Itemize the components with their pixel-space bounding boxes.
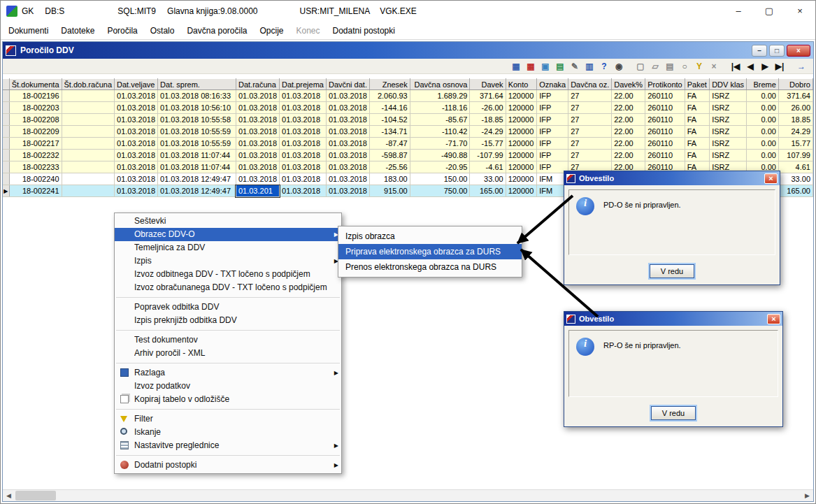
cell[interactable]: 01.03.2018 [280, 173, 327, 185]
cell[interactable]: 01.03.2018 [115, 114, 158, 126]
cell[interactable]: 01.03.2018 [326, 185, 369, 197]
cell[interactable] [62, 161, 115, 173]
cell[interactable]: 01.03.2018 [280, 114, 327, 126]
menubar-item-dodatni-postopki[interactable]: Dodatni postopki [327, 23, 401, 38]
cell[interactable]: 22.00 [612, 90, 645, 102]
cell[interactable]: FA [685, 102, 709, 114]
cell[interactable]: 260110 [645, 138, 685, 150]
cell[interactable]: 01.03.2018 [326, 138, 369, 150]
column-header-paket[interactable]: Paket [685, 79, 709, 90]
column-header-dav-ni-dat[interactable]: Davčni dat. [326, 79, 369, 90]
cell[interactable]: -104.52 [370, 114, 410, 126]
cell[interactable]: -26.00 [470, 102, 506, 114]
cell[interactable]: 120000 [506, 90, 537, 102]
cell[interactable]: 0.00 [747, 102, 779, 114]
cell[interactable]: -598.87 [370, 150, 410, 161]
scrollbar-thumb[interactable] [15, 491, 56, 501]
cell[interactable]: 120000 [506, 102, 537, 114]
child-close-button[interactable]: × [787, 45, 810, 57]
submenu-item-izpis-obrazca[interactable]: Izpis obrazca [338, 229, 522, 244]
cell[interactable]: 18-002240 [9, 173, 62, 185]
submenu-item-prenos-elektronskega-obrazca-na-durs[interactable]: Prenos elektronskega obrazca na DURS [338, 259, 522, 275]
context-menu-item-izvoz-podatkov[interactable]: Izvoz podatkov [115, 380, 341, 393]
cell[interactable]: 0.00 [747, 150, 779, 161]
cell[interactable]: -107.99 [470, 150, 506, 161]
scroll-left-icon[interactable]: ◀ [3, 490, 15, 501]
cell[interactable]: 01.03.2018 [115, 138, 158, 150]
cell[interactable]: 120000 [506, 161, 537, 173]
print-icon[interactable]: ▤ [664, 60, 676, 73]
cell[interactable]: ISRZ [710, 138, 747, 150]
column-header-dat-veljave[interactable]: Dat.veljave [115, 79, 158, 90]
cell[interactable]: 01.03.2018 [236, 138, 279, 150]
cell[interactable]: 260110 [645, 114, 685, 126]
column-header-oznaka[interactable]: Oznaka [537, 79, 568, 90]
cell[interactable]: 165.00 [778, 185, 813, 197]
cell[interactable]: FA [685, 150, 709, 161]
cell[interactable]: 33.00 [470, 173, 506, 185]
cell[interactable]: -134.71 [370, 126, 410, 138]
cell[interactable]: 01.03.2018 [236, 150, 279, 161]
cards-icon[interactable]: ▣ [539, 60, 552, 73]
cell[interactable]: ISRZ [710, 126, 747, 138]
cell[interactable]: IFP [537, 138, 568, 150]
nav-next-icon[interactable]: ▶ [759, 60, 771, 73]
cell[interactable]: 01.03.2018 [236, 173, 279, 185]
cell[interactable]: 120000 [506, 126, 537, 138]
cell[interactable]: 24.29 [778, 126, 813, 138]
cell[interactable]: 01.03.2018 [326, 102, 369, 114]
cell[interactable]: 165.00 [470, 185, 506, 197]
cell[interactable]: 01.03.2018 [236, 102, 279, 114]
cell[interactable] [62, 185, 115, 197]
cell[interactable]: 01.03.2018 10:55:58 [158, 114, 236, 126]
context-menu-item-razlaga[interactable]: Razlaga▶ [115, 366, 341, 380]
cell[interactable] [62, 126, 115, 138]
cell[interactable]: -20.95 [410, 161, 470, 173]
cell[interactable]: 01.03.2018 [280, 161, 327, 173]
cell[interactable]: 22.00 [612, 114, 645, 126]
menubar-item-ostalo[interactable]: Ostalo [144, 23, 181, 38]
column-header-dobro[interactable]: Dobro [778, 79, 813, 90]
table-row-18-002232[interactable]: 18-00223201.03.201801.03.2018 11:07:4401… [3, 150, 813, 161]
cell[interactable] [62, 90, 115, 102]
child-minimize-button[interactable]: – [752, 45, 767, 57]
cell[interactable]: 15.77 [778, 138, 813, 150]
cell[interactable]: -4.61 [470, 161, 506, 173]
exit-icon[interactable]: → [795, 60, 808, 73]
cell[interactable]: 01.03.2018 [236, 126, 279, 138]
cell[interactable]: 22.00 [612, 126, 645, 138]
filter-icon[interactable]: Y [693, 60, 706, 73]
cell[interactable]: 01.03.2018 [115, 150, 158, 161]
cell[interactable]: IFP [537, 102, 568, 114]
cell[interactable]: 01.03.2018 [115, 102, 158, 114]
ok-button[interactable]: V redu [650, 264, 694, 278]
column-header-znesek[interactable]: Znesek [370, 79, 410, 90]
cell[interactable]: 750.00 [410, 185, 470, 197]
cell[interactable]: 2.060.93 [370, 90, 410, 102]
menubar-item-datoteke[interactable]: Datoteke [55, 23, 101, 38]
cell[interactable]: ISRZ [710, 114, 747, 126]
cell[interactable]: FA [685, 90, 709, 102]
close-icon[interactable]: × [764, 173, 778, 184]
cell[interactable]: 150.00 [410, 173, 470, 185]
cell[interactable]: 01.03.2018 [280, 90, 327, 102]
cell[interactable]: 120000 [506, 114, 537, 126]
table-row-18-002203[interactable]: 18-00220301.03.201801.03.2018 10:56:1001… [3, 102, 813, 114]
menubar-item-poro-ila[interactable]: Poročila [101, 23, 143, 38]
cell[interactable]: 27 [568, 138, 612, 150]
context-menu-item-iskanje[interactable]: Iskanje [115, 426, 341, 439]
cell[interactable]: 26.00 [778, 102, 813, 114]
cell[interactable]: -490.88 [410, 150, 470, 161]
cell[interactable]: -71.70 [410, 138, 470, 150]
context-menu-item-izvoz-obra-unanega-ddv-txt-lo-eno-s-podpi-jem[interactable]: Izvoz obračunanega DDV - TXT ločeno s po… [115, 281, 341, 294]
cell[interactable]: 27 [568, 150, 612, 161]
column-header-dat-ra-una[interactable]: Dat.računa [236, 79, 279, 90]
menubar-item-opcije[interactable]: Opcije [253, 23, 289, 38]
cell[interactable]: 120000 [506, 138, 537, 150]
cell[interactable]: 260110 [645, 90, 685, 102]
attachment-icon[interactable]: ✎ [568, 60, 581, 73]
cell[interactable]: 27 [568, 102, 612, 114]
table-icon[interactable]: ▦ [510, 60, 522, 73]
calendar-icon[interactable]: ▦ [524, 60, 537, 73]
table-row-18-002209[interactable]: 18-00220901.03.201801.03.2018 10:55:5901… [3, 126, 813, 138]
